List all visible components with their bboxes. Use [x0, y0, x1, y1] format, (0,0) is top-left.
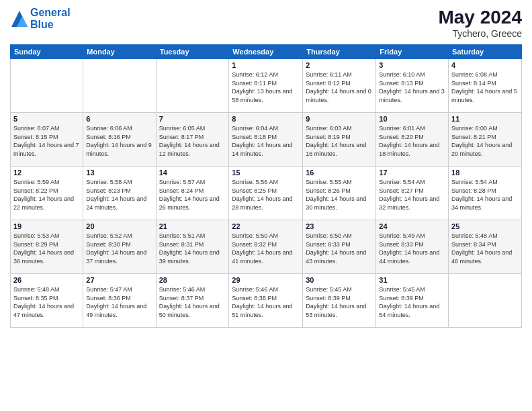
day-number: 21: [159, 222, 226, 230]
day-number: 3: [379, 61, 445, 69]
col-monday: Monday: [83, 45, 156, 59]
cell-w5-d2: 27Sunrise: 5:47 AMSunset: 8:36 PMDayligh…: [83, 274, 156, 328]
day-info: Sunrise: 6:04 AMSunset: 8:18 PMDaylight:…: [232, 124, 300, 158]
page: General Blue May 2024 Tychero, Greece Su…: [0, 0, 532, 411]
logo-icon: [10, 9, 29, 28]
day-info: Sunrise: 5:48 AMSunset: 8:34 PMDaylight:…: [451, 232, 519, 265]
cell-w4-d3: 21Sunrise: 5:51 AMSunset: 8:31 PMDayligh…: [156, 220, 229, 274]
cell-w3-d4: 15Sunrise: 5:56 AMSunset: 8:25 PMDayligh…: [229, 167, 303, 220]
day-number: 19: [13, 222, 80, 230]
cell-w3-d7: 18Sunrise: 5:54 AMSunset: 8:28 PMDayligh…: [449, 167, 522, 220]
week-row-2: 5Sunrise: 6:07 AMSunset: 8:15 PMDaylight…: [11, 113, 522, 167]
cell-w2-d5: 9Sunrise: 6:03 AMSunset: 8:19 PMDaylight…: [303, 113, 376, 167]
cell-w2-d4: 8Sunrise: 6:04 AMSunset: 8:18 PMDaylight…: [229, 113, 303, 167]
cell-w2-d2: 6Sunrise: 6:06 AMSunset: 8:16 PMDaylight…: [83, 113, 156, 167]
day-number: 27: [86, 276, 152, 284]
week-row-3: 12Sunrise: 5:59 AMSunset: 8:22 PMDayligh…: [11, 167, 522, 220]
day-info: Sunrise: 6:12 AMSunset: 8:11 PMDaylight:…: [232, 71, 300, 104]
day-number: 8: [232, 115, 300, 123]
day-number: 6: [86, 115, 152, 123]
cell-w2-d3: 7Sunrise: 6:05 AMSunset: 8:17 PMDaylight…: [156, 113, 229, 167]
day-number: 26: [13, 276, 80, 284]
week-row-5: 26Sunrise: 5:48 AMSunset: 8:35 PMDayligh…: [11, 274, 522, 328]
day-info: Sunrise: 5:54 AMSunset: 8:27 PMDaylight:…: [379, 178, 445, 212]
col-wednesday: Wednesday: [229, 45, 303, 59]
day-info: Sunrise: 5:53 AMSunset: 8:29 PMDaylight:…: [13, 232, 80, 265]
month-year: May 2024: [438, 7, 522, 28]
col-saturday: Saturday: [449, 45, 522, 59]
day-info: Sunrise: 5:50 AMSunset: 8:33 PMDaylight:…: [306, 232, 373, 265]
day-number: 4: [451, 61, 519, 69]
cell-w1-d7: 4Sunrise: 6:08 AMSunset: 8:14 PMDaylight…: [449, 59, 522, 113]
logo: General Blue: [10, 7, 71, 30]
cell-w4-d5: 23Sunrise: 5:50 AMSunset: 8:33 PMDayligh…: [303, 220, 376, 274]
col-friday: Friday: [376, 45, 449, 59]
cell-w1-d2: [83, 59, 156, 113]
day-info: Sunrise: 6:10 AMSunset: 8:13 PMDaylight:…: [379, 71, 445, 104]
cell-w2-d6: 10Sunrise: 6:01 AMSunset: 8:20 PMDayligh…: [376, 113, 449, 167]
day-info: Sunrise: 5:58 AMSunset: 8:23 PMDaylight:…: [86, 178, 152, 212]
calendar-table: Sunday Monday Tuesday Wednesday Thursday…: [10, 44, 522, 328]
day-info: Sunrise: 5:54 AMSunset: 8:28 PMDaylight:…: [451, 178, 519, 212]
cell-w2-d7: 11Sunrise: 6:00 AMSunset: 8:21 PMDayligh…: [449, 113, 522, 167]
day-info: Sunrise: 5:46 AMSunset: 8:37 PMDaylight:…: [159, 285, 226, 319]
week-row-4: 19Sunrise: 5:53 AMSunset: 8:29 PMDayligh…: [11, 220, 522, 274]
day-number: 31: [379, 276, 445, 284]
day-number: 11: [451, 115, 519, 123]
cell-w1-d6: 3Sunrise: 6:10 AMSunset: 8:13 PMDaylight…: [376, 59, 449, 113]
day-number: 15: [232, 169, 300, 177]
day-info: Sunrise: 5:47 AMSunset: 8:36 PMDaylight:…: [86, 285, 152, 319]
logo-text-line1: General: [30, 7, 71, 19]
day-info: Sunrise: 5:45 AMSunset: 8:39 PMDaylight:…: [379, 285, 445, 319]
week-row-1: 1Sunrise: 6:12 AMSunset: 8:11 PMDaylight…: [11, 59, 522, 113]
day-info: Sunrise: 5:55 AMSunset: 8:26 PMDaylight:…: [306, 178, 373, 212]
day-number: 2: [306, 61, 373, 69]
day-info: Sunrise: 5:49 AMSunset: 8:33 PMDaylight:…: [379, 232, 445, 265]
cell-w4-d4: 22Sunrise: 5:50 AMSunset: 8:32 PMDayligh…: [229, 220, 303, 274]
day-info: Sunrise: 5:57 AMSunset: 8:24 PMDaylight:…: [159, 178, 226, 212]
day-number: 10: [379, 115, 445, 123]
cell-w1-d3: [156, 59, 229, 113]
day-number: 18: [451, 169, 519, 177]
day-info: Sunrise: 6:03 AMSunset: 8:19 PMDaylight:…: [306, 124, 373, 158]
day-info: Sunrise: 6:01 AMSunset: 8:20 PMDaylight:…: [379, 124, 445, 158]
day-info: Sunrise: 5:48 AMSunset: 8:35 PMDaylight:…: [13, 285, 80, 319]
col-thursday: Thursday: [303, 45, 376, 59]
day-number: 30: [306, 276, 373, 284]
day-info: Sunrise: 6:11 AMSunset: 8:12 PMDaylight:…: [306, 71, 373, 104]
day-info: Sunrise: 5:51 AMSunset: 8:31 PMDaylight:…: [159, 232, 226, 265]
day-number: 22: [232, 222, 300, 230]
day-number: 9: [306, 115, 373, 123]
cell-w3-d2: 13Sunrise: 5:58 AMSunset: 8:23 PMDayligh…: [83, 167, 156, 220]
cell-w5-d3: 28Sunrise: 5:46 AMSunset: 8:37 PMDayligh…: [156, 274, 229, 328]
day-number: 17: [379, 169, 445, 177]
header: General Blue May 2024 Tychero, Greece: [10, 7, 522, 39]
col-sunday: Sunday: [11, 45, 83, 59]
cell-w4-d1: 19Sunrise: 5:53 AMSunset: 8:29 PMDayligh…: [11, 220, 83, 274]
day-number: 12: [13, 169, 80, 177]
cell-w3-d5: 16Sunrise: 5:55 AMSunset: 8:26 PMDayligh…: [303, 167, 376, 220]
day-number: 1: [232, 61, 300, 69]
day-info: Sunrise: 5:46 AMSunset: 8:38 PMDaylight:…: [232, 285, 300, 319]
cell-w4-d6: 24Sunrise: 5:49 AMSunset: 8:33 PMDayligh…: [376, 220, 449, 274]
day-number: 24: [379, 222, 445, 230]
day-info: Sunrise: 6:06 AMSunset: 8:16 PMDaylight:…: [86, 124, 152, 158]
cell-w1-d1: [11, 59, 83, 113]
cell-w5-d1: 26Sunrise: 5:48 AMSunset: 8:35 PMDayligh…: [11, 274, 83, 328]
day-number: 29: [232, 276, 300, 284]
day-info: Sunrise: 5:56 AMSunset: 8:25 PMDaylight:…: [232, 178, 300, 212]
cell-w2-d1: 5Sunrise: 6:07 AMSunset: 8:15 PMDaylight…: [11, 113, 83, 167]
day-number: 20: [86, 222, 152, 230]
cell-w5-d7: [449, 274, 522, 328]
logo-text-line2: Blue: [30, 19, 71, 31]
day-info: Sunrise: 6:07 AMSunset: 8:15 PMDaylight:…: [13, 124, 80, 158]
day-info: Sunrise: 5:50 AMSunset: 8:32 PMDaylight:…: [232, 232, 300, 265]
day-info: Sunrise: 5:45 AMSunset: 8:39 PMDaylight:…: [306, 285, 373, 319]
day-number: 25: [451, 222, 519, 230]
location: Tychero, Greece: [438, 28, 522, 39]
cell-w3-d3: 14Sunrise: 5:57 AMSunset: 8:24 PMDayligh…: [156, 167, 229, 220]
day-number: 13: [86, 169, 152, 177]
cell-w1-d4: 1Sunrise: 6:12 AMSunset: 8:11 PMDaylight…: [229, 59, 303, 113]
day-info: Sunrise: 5:52 AMSunset: 8:30 PMDaylight:…: [86, 232, 152, 265]
cell-w4-d2: 20Sunrise: 5:52 AMSunset: 8:30 PMDayligh…: [83, 220, 156, 274]
